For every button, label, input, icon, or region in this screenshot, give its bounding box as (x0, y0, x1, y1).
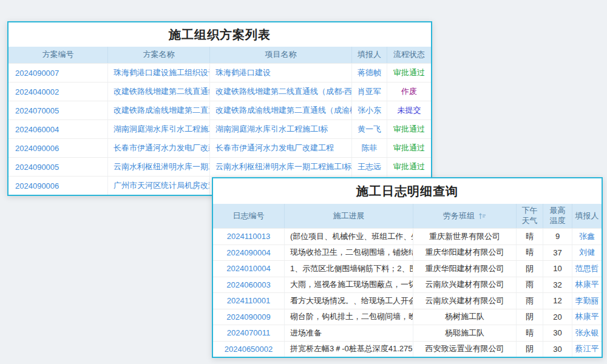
log-id-link[interactable]: 2024090004 (213, 245, 285, 261)
temp-value: 12 (543, 293, 572, 309)
reporter-link[interactable]: 林康平 (572, 309, 602, 325)
project-name-link[interactable]: 云南水利枢纽潜明水库一期工程施工I标 (210, 158, 352, 176)
project-name-link[interactable]: 湖南洞庭湖水库引水工程施工I标 (210, 120, 352, 138)
plan-col-header-id: 方案编号 (8, 47, 108, 63)
table-row: 2024090009 砌台阶，钩机排土，二包砌间墙，晚间加... 杨树施工队 阴… (213, 309, 602, 325)
progress-text: (部位项目、机械作业、班组工作、生产... (285, 229, 413, 244)
temp-value: 30 (543, 342, 572, 357)
table-row: 2024110013 (部位项目、机械作业、班组工作、生产... 重庆新世界有限… (213, 228, 602, 244)
team-name: 重庆华阳建材有限公司 (413, 245, 517, 261)
reporter-name: 肖亚军 (352, 83, 387, 101)
weather-value: 雨 (517, 293, 543, 309)
temp-value: 32 (543, 277, 572, 293)
team-name: 重庆华阳建材有限公司 (413, 261, 517, 277)
plan-name-link[interactable]: 长春市伊通河水力发电厂改建工程施工组织设计 (108, 139, 210, 157)
weather-value: 阴 (517, 261, 543, 277)
team-name: 杨树施工队 (413, 309, 517, 325)
plan-name-link[interactable]: 广州市天河区统计局机房改造项目施工组织设计 (108, 177, 210, 195)
weather-value: 晴 (517, 245, 543, 261)
log-col-header-weather: 下午 天气 (517, 204, 543, 228)
plan-name-link[interactable]: 改建铁路线增建第二线直通线（成都-西安）... (108, 83, 210, 101)
plan-id-link[interactable]: 2024070005 (8, 101, 108, 120)
weather-value: 雨 (517, 277, 543, 293)
team-name: 云南欣兴建材有限公司 (413, 277, 517, 293)
log-detail-title: 施工日志明细查询 (213, 178, 602, 204)
log-id-link[interactable]: 2024010004 (213, 261, 285, 277)
team-name: 杨聪施工队 (413, 325, 517, 341)
log-col-header-team: 劳务班组 (413, 204, 517, 228)
log-id-link[interactable]: 2024110013 (213, 229, 285, 244)
table-row: 2024090004 现场收拾卫生，二包砌围墙，铺烧结砖，... 重庆华阳建材有… (213, 244, 602, 261)
progress-text: 现场收拾卫生，二包砌围墙，铺烧结砖，... (285, 245, 413, 261)
log-table-body: 2024110013 (部位项目、机械作业、班组工作、生产... 重庆新世界有限… (213, 228, 602, 357)
status-text: 审批通过 (387, 64, 431, 82)
table-row: 2024070005 改建铁路成渝线增建第二直通线（成渝枢纽）... 改建铁路成… (8, 101, 431, 120)
sort-icon[interactable] (478, 212, 486, 220)
table-row: 2024060004 湖南洞庭湖水库引水工程施工I标施工组织设计 湖南洞庭湖水库… (8, 120, 431, 138)
plan-col-header-project-name: 项目名称 (210, 47, 352, 63)
plan-col-header-plan-name: 方案名称 (108, 47, 210, 63)
plan-col-header-reporter: 填报人 (352, 47, 387, 63)
log-col-header-reporter: 填报人 (572, 204, 602, 228)
table-row: 2024090007 珠海鹤港口建设施工组织设计 珠海鹤港口建设 蒋德帧 审批通… (8, 63, 431, 82)
reporter-link[interactable]: 刘健 (572, 245, 602, 261)
temp-value: 37 (543, 245, 572, 261)
reporter-name: 陈菲 (352, 139, 387, 157)
plan-col-header-status: 流程状态 (387, 47, 431, 63)
plan-id-link[interactable]: 2024090005 (8, 158, 108, 176)
log-col-header-temp: 最高 温度 (543, 204, 572, 228)
weather-value: 晴 (517, 229, 543, 244)
table-row: 2024090005 云南水利枢纽潜明水库一期工程施工I标施工组... 云南水利… (8, 157, 431, 176)
plan-name-link[interactable]: 湖南洞庭湖水库引水工程施工I标施工组织设计 (108, 120, 210, 138)
reporter-name: 蒋德帧 (352, 64, 387, 82)
reporter-link[interactable]: 张鑫 (572, 229, 602, 244)
progress-text: 砌台阶，钩机排土，二包砌间墙，晚间加... (285, 309, 413, 325)
plan-name-link[interactable]: 云南水利枢纽潜明水库一期工程施工I标施工组... (108, 158, 210, 176)
progress-text: 看方大现场情况。、给现场工人开会，整... (285, 293, 413, 309)
plan-name-link[interactable]: 改建铁路成渝线增建第二直通线（成渝枢纽）... (108, 101, 210, 120)
project-name-link[interactable]: 长春市伊通河水力发电厂改建工程 (210, 139, 352, 157)
log-id-link[interactable]: 2024070011 (213, 325, 285, 341)
project-name-link[interactable]: 改建铁路成渝线增建第二直通线（成渝枢... (210, 101, 352, 120)
project-name-link[interactable]: 珠海鹤港口建设 (210, 64, 352, 82)
plan-name-link[interactable]: 珠海鹤港口建设施工组织设计 (108, 64, 210, 82)
plan-id-link[interactable]: 2024040002 (8, 83, 108, 101)
log-id-link[interactable]: 20240650002 (213, 342, 285, 357)
weather-value: 阴 (517, 342, 543, 357)
reporter-link[interactable]: 范思哲 (572, 261, 602, 277)
progress-text: 进场准备 (285, 325, 413, 341)
reporter-link[interactable]: 李勤丽 (572, 293, 602, 309)
plan-list-window: 施工组织方案列表 方案编号 方案名称 项目名称 填报人 流程状态 2024090… (7, 21, 432, 196)
table-row: 20240650002 拼宽桥左幅3＃-0桩基总深度41.275.今日进... … (213, 341, 602, 357)
log-id-link[interactable]: 2024110001 (213, 293, 285, 309)
table-row: 2024040002 改建铁路线增建第二线直通线（成都-西安）... 改建铁路线… (8, 82, 431, 101)
reporter-link[interactable]: 张永银 (572, 325, 602, 341)
progress-text: 拼宽桥左幅3＃-0桩基总深度41.275.今日进... (285, 342, 413, 357)
temp-value: 20 (543, 309, 572, 325)
temp-value: 10 (543, 261, 572, 277)
project-name-link[interactable]: 改建铁路线增建第二线直通线（成都-西安... (210, 83, 352, 101)
plan-id-link[interactable]: 2024090007 (8, 64, 108, 82)
plan-id-link[interactable]: 2024090006 (8, 177, 108, 195)
status-text: 作废 (387, 83, 431, 101)
table-row: 2024060003 大雨，巡视各施工现场围蔽点，一切正常... 云南欣兴建材有… (213, 277, 602, 293)
reporter-link[interactable]: 蔡江平 (572, 342, 602, 357)
plan-id-link[interactable]: 2024090006 (8, 139, 108, 157)
temp-value: 30 (543, 325, 572, 341)
reporter-name: 王志远 (352, 158, 387, 176)
status-text: 审批通过 (387, 120, 431, 138)
status-text: 审批通过 (387, 139, 431, 157)
reporter-name: 张小东 (352, 101, 387, 120)
log-id-link[interactable]: 2024060003 (213, 277, 285, 293)
team-name: 西安致远置业有限公司 (413, 342, 517, 357)
log-col-header-id: 日志编号 (213, 204, 285, 228)
status-text: 审批通过 (387, 158, 431, 176)
log-detail-window: 施工日志明细查询 日志编号 施工进展 劳务班组 下午 天气 最高 温度 填报人 … (212, 177, 603, 358)
log-id-link[interactable]: 2024090009 (213, 309, 285, 325)
temp-value: 9 (543, 229, 572, 244)
log-table-header: 日志编号 施工进展 劳务班组 下午 天气 最高 温度 填报人 (213, 204, 602, 228)
reporter-name: 黄一飞 (352, 120, 387, 138)
table-row: 2024090006 长春市伊通河水力发电厂改建工程施工组织设计 长春市伊通河水… (8, 138, 431, 157)
reporter-link[interactable]: 林康平 (572, 277, 602, 293)
plan-id-link[interactable]: 2024060004 (8, 120, 108, 138)
